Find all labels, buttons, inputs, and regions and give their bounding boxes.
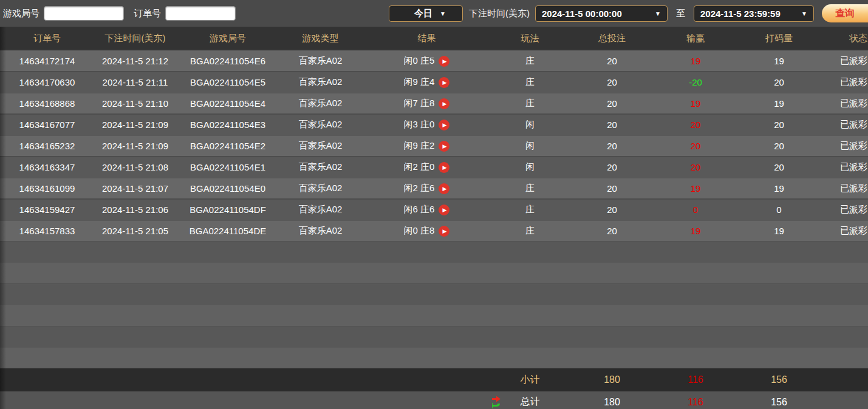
turnover-cell: 20 — [735, 162, 823, 172]
result-text: 闲2 庄0 — [404, 161, 435, 173]
table-row: 14634157833 2024-11-5 21:05 BGA022411054… — [0, 220, 868, 241]
play-type-cell: 庄 — [492, 55, 568, 67]
subtotal-turnover: 156 — [735, 374, 823, 385]
empty-row — [0, 305, 868, 326]
result-cell: 闲0 庄5 — [361, 55, 492, 67]
result-text: 闲2 庄6 — [404, 183, 435, 194]
col-header-result: 结果 — [361, 33, 492, 44]
col-header-status: 状态 — [823, 33, 868, 44]
order-no-cell: 14634163347 — [0, 162, 94, 172]
game-type-cell: 百家乐A02 — [279, 55, 361, 67]
total-bet: 180 — [568, 397, 656, 408]
result-text: 闲9 庄4 — [404, 76, 435, 88]
table-row: 14634163347 2024-11-5 21:08 BGA022411054… — [0, 156, 868, 177]
turnover-cell: 0 — [735, 204, 823, 215]
play-icon[interactable] — [439, 226, 449, 237]
start-time-select[interactable]: 2024-11-5 00:00:00 ▼ — [535, 5, 668, 22]
play-icon[interactable] — [439, 98, 449, 109]
refresh-icon[interactable] — [492, 396, 502, 408]
status-cell: 已派彩 — [823, 98, 868, 109]
order-no-cell: 14634157833 — [0, 226, 94, 236]
table-row: 14634167077 2024-11-5 21:09 BGA022411054… — [0, 113, 868, 135]
turnover-cell: 19 — [735, 56, 823, 66]
col-header-total-bet: 总投注 — [568, 33, 656, 44]
status-cell: 已派彩 — [823, 225, 868, 237]
chevron-down-icon: ▼ — [801, 10, 807, 17]
bet-time-cell: 2024-11-5 21:09 — [94, 120, 176, 130]
play-type-cell: 庄 — [492, 98, 568, 109]
status-cell: 已派彩 — [823, 161, 868, 173]
status-cell: 已派彩 — [823, 183, 868, 194]
win-loss-cell: 20 — [656, 141, 735, 151]
play-icon[interactable] — [439, 183, 449, 194]
order-no-cell: 14634159427 — [0, 204, 94, 215]
table-row: 14634172174 2024-11-5 21:12 BGA022411054… — [0, 50, 868, 71]
table-header: 订单号 下注时间(美东) 游戏局号 游戏类型 结果 玩法 总投注 输赢 打码量 … — [0, 27, 868, 50]
win-loss-cell: 19 — [656, 183, 735, 194]
turnover-cell: 20 — [735, 120, 823, 130]
result-cell: 闲9 庄4 — [361, 76, 492, 88]
bet-time-cell: 2024-11-5 21:08 — [94, 162, 176, 172]
game-round-cell: BGA022411054E3 — [176, 120, 279, 130]
total-bet-cell: 20 — [568, 226, 656, 236]
empty-row — [0, 326, 868, 347]
end-time-select[interactable]: 2024-11-5 23:59:59 ▼ — [694, 5, 814, 22]
end-time-value: 2024-11-5 23:59:59 — [700, 8, 781, 19]
play-type-cell: 庄 — [492, 183, 568, 194]
play-icon[interactable] — [439, 56, 449, 67]
status-cell: 已派彩 — [823, 119, 868, 130]
game-type-cell: 百家乐A02 — [279, 76, 361, 88]
win-loss-cell: 19 — [656, 56, 735, 66]
total-turnover: 156 — [735, 397, 823, 408]
status-cell: 已派彩 — [823, 55, 868, 67]
game-round-cell: BGA022411054E6 — [176, 56, 279, 66]
game-round-input[interactable] — [44, 6, 124, 21]
result-text: 闲0 庄5 — [404, 55, 435, 67]
play-type-cell: 闲 — [492, 140, 568, 152]
turnover-cell: 20 — [735, 77, 823, 87]
empty-row — [0, 241, 868, 262]
order-no-input[interactable] — [165, 6, 236, 21]
col-header-order: 订单号 — [0, 33, 94, 44]
game-type-cell: 百家乐A02 — [279, 119, 361, 130]
game-type-cell: 百家乐A02 — [279, 98, 361, 109]
subtotal-bet: 180 — [568, 374, 656, 385]
col-header-game-round: 游戏局号 — [176, 33, 279, 44]
win-loss-cell: 19 — [656, 226, 735, 236]
total-bet-cell: 20 — [568, 120, 656, 130]
order-no-cell: 14634165232 — [0, 141, 94, 151]
play-icon[interactable] — [439, 77, 449, 88]
play-type-cell: 庄 — [492, 204, 568, 215]
table-row: 14634170630 2024-11-5 21:11 BGA022411054… — [0, 71, 868, 92]
start-time-value: 2024-11-5 00:00:00 — [542, 8, 622, 19]
order-no-cell: 14634172174 — [0, 56, 94, 66]
subtotal-row: 小计 180 116 156 — [0, 368, 868, 391]
bet-time-cell: 2024-11-5 21:06 — [94, 204, 176, 215]
game-round-cell: BGA022411054E4 — [176, 98, 279, 109]
date-range-value: 今日 — [414, 8, 432, 19]
win-loss-cell: 19 — [656, 98, 735, 109]
order-no-cell: 14634168868 — [0, 98, 94, 109]
col-header-play: 玩法 — [492, 33, 568, 44]
result-text: 闲7 庄8 — [404, 98, 435, 109]
table-row: 14634165232 2024-11-5 21:09 BGA022411054… — [0, 135, 868, 156]
play-icon[interactable] — [439, 141, 449, 152]
empty-row — [0, 283, 868, 305]
empty-row — [0, 262, 868, 283]
query-button[interactable]: 查询 — [822, 4, 868, 22]
play-icon[interactable] — [439, 120, 449, 130]
order-no-label: 订单号 — [134, 8, 161, 19]
total-bet-cell: 20 — [568, 98, 656, 109]
win-loss-cell: 20 — [656, 120, 735, 130]
play-icon[interactable] — [439, 204, 449, 215]
status-cell: 已派彩 — [823, 76, 868, 88]
play-icon[interactable] — [439, 162, 449, 173]
result-text: 闲6 庄6 — [404, 204, 435, 215]
result-cell: 闲2 庄0 — [361, 161, 492, 173]
result-cell: 闲6 庄6 — [361, 204, 492, 215]
result-text: 闲3 庄0 — [404, 119, 435, 130]
chevron-down-icon: ▼ — [655, 10, 661, 17]
table-row: 14634168868 2024-11-5 21:10 BGA022411054… — [0, 92, 868, 113]
total-label: 总计 — [521, 396, 540, 407]
date-range-select[interactable]: 今日 ▼ — [389, 5, 463, 22]
